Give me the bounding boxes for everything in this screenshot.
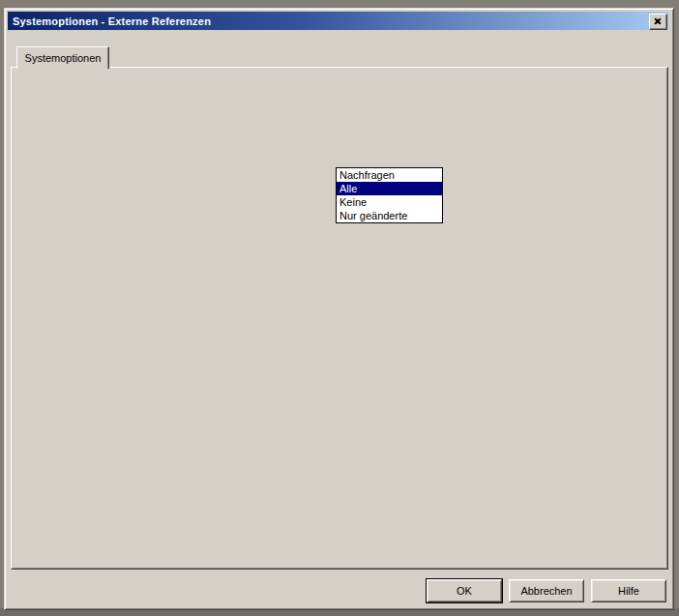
dropdown-option[interactable]: Nachfragen xyxy=(337,168,442,182)
title-bar: Systemoptionen - Externe Referenzen xyxy=(8,12,668,30)
dropdown-list[interactable]: NachfragenAlleKeineNur geänderte xyxy=(336,167,443,223)
dropdown-option[interactable]: Nur geänderte xyxy=(337,209,442,222)
window-title: Systemoptionen - Externe Referenzen xyxy=(8,15,211,27)
tab-systemoptionen[interactable]: Systemoptionen xyxy=(16,46,109,69)
tab-pane xyxy=(11,67,668,570)
close-button[interactable] xyxy=(649,14,667,30)
dropdown-option[interactable]: Keine xyxy=(337,195,442,209)
help-button[interactable]: Hilfe xyxy=(591,579,666,602)
ok-button[interactable]: OK xyxy=(427,579,502,602)
system-options-dialog: Systemoptionen - Externe Referenzen Syst… xyxy=(4,8,674,610)
cancel-button[interactable]: Abbrechen xyxy=(509,579,584,602)
dropdown-option[interactable]: Alle xyxy=(337,182,442,195)
